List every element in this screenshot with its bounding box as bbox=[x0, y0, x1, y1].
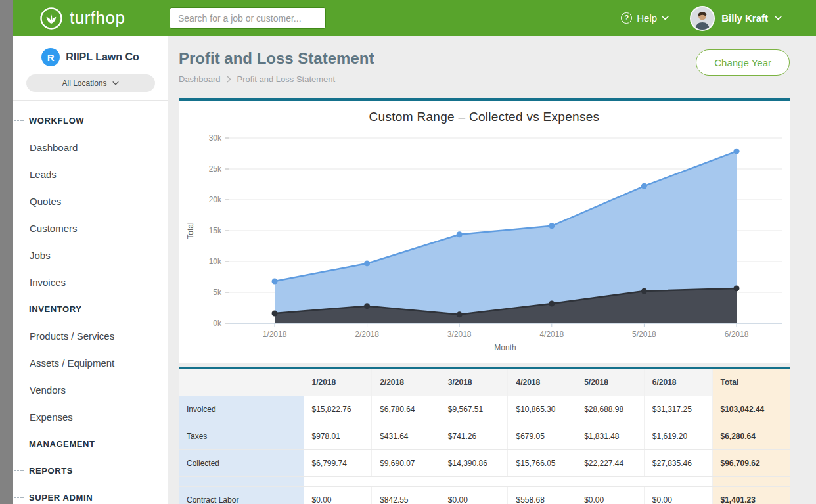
cell-value: $0.00 bbox=[644, 487, 712, 504]
table-row: Taxes$978.01$431.64$741.26$679.05$1,831.… bbox=[179, 423, 790, 450]
column-header: 4/2018 bbox=[508, 369, 576, 396]
svg-text:4/2018: 4/2018 bbox=[539, 330, 564, 339]
svg-text:15k: 15k bbox=[209, 226, 222, 235]
cell-value: $0.00 bbox=[304, 487, 372, 504]
locations-dropdown[interactable]: All Locations bbox=[26, 74, 155, 92]
row-label: Invoiced bbox=[179, 396, 304, 423]
page-title: Profit and Loss Statement bbox=[179, 49, 374, 68]
sidebar-item-leads[interactable]: Leads bbox=[13, 161, 168, 188]
sidebar-item-expenses[interactable]: Expenses bbox=[13, 403, 168, 430]
column-header: 1/2018 bbox=[304, 369, 372, 396]
topbar-right: ? Help Billy Kraft bbox=[621, 6, 816, 31]
main-content: Profit and Loss Statement Dashboard Prof… bbox=[168, 36, 816, 504]
svg-text:5/2018: 5/2018 bbox=[632, 330, 656, 339]
row-label: Contract Labor bbox=[179, 487, 304, 504]
company-logo-icon: R bbox=[41, 48, 60, 66]
cell-value: $6,799.74 bbox=[304, 450, 372, 477]
cell-value: $431.64 bbox=[372, 423, 440, 450]
svg-text:3/2018: 3/2018 bbox=[447, 330, 472, 339]
tree-dash-icon bbox=[14, 444, 24, 444]
breadcrumb-dashboard[interactable]: Dashboard bbox=[179, 74, 221, 84]
sidebar-section-management[interactable]: MANAGEMENT bbox=[13, 430, 168, 457]
cell-value: $0.00 bbox=[440, 487, 508, 504]
sidebar-section-inventory[interactable]: INVENTORY bbox=[13, 296, 168, 323]
svg-text:Month: Month bbox=[494, 343, 516, 352]
column-header: 3/2018 bbox=[440, 369, 508, 396]
cell-value: $679.05 bbox=[508, 423, 576, 450]
breadcrumb-current: Profit and Loss Statement bbox=[237, 74, 336, 84]
tree-dash-icon bbox=[14, 309, 24, 309]
user-name: Billy Kraft bbox=[721, 12, 768, 24]
svg-text:2/2018: 2/2018 bbox=[355, 330, 379, 339]
svg-text:0k: 0k bbox=[213, 319, 222, 328]
table-row: Invoiced$15,822.76$6,780.64$9,567.51$10,… bbox=[179, 396, 790, 423]
help-menu[interactable]: ? Help bbox=[621, 12, 669, 24]
chevron-right-icon bbox=[227, 76, 231, 83]
chevron-down-icon bbox=[775, 16, 782, 20]
svg-text:20k: 20k bbox=[209, 195, 222, 204]
topbar: turfhop ? Help Billy Kraft bbox=[13, 0, 816, 36]
svg-text:Total: Total bbox=[186, 222, 195, 239]
cell-value: $15,766.05 bbox=[508, 450, 576, 477]
cell-value: $1,831.48 bbox=[576, 423, 645, 450]
sidebar: R RIIPL Lawn Co All Locations WORKFLOWDa… bbox=[13, 36, 168, 504]
chevron-down-icon bbox=[112, 81, 119, 85]
sidebar-item-vendors[interactable]: Vendors bbox=[13, 377, 168, 403]
table-row: Collected$6,799.74$9,690.07$14,390.86$15… bbox=[179, 450, 790, 477]
cell-value: $978.01 bbox=[304, 423, 372, 450]
window-edge bbox=[0, 0, 13, 504]
column-header: 6/2018 bbox=[644, 369, 712, 396]
breadcrumb: Dashboard Profit and Loss Statement bbox=[179, 74, 374, 84]
svg-text:6/2018: 6/2018 bbox=[725, 330, 749, 339]
sidebar-section-super-admin[interactable]: SUPER ADMIN bbox=[13, 484, 168, 504]
pl-table: 1/20182/20183/20184/20185/20186/2018Tota… bbox=[179, 369, 790, 504]
table-row: Contract Labor$0.00$842.55$0.00$558.68$0… bbox=[179, 487, 790, 504]
avatar bbox=[690, 6, 715, 31]
column-header bbox=[179, 369, 304, 396]
user-menu[interactable]: Billy Kraft bbox=[690, 6, 782, 31]
tree-dash-icon bbox=[14, 470, 24, 471]
cell-value: $558.68 bbox=[508, 487, 576, 504]
column-header: 2/2018 bbox=[372, 369, 440, 396]
company-header: R RIIPL Lawn Co bbox=[13, 36, 168, 74]
sidebar-item-invoices[interactable]: Invoices bbox=[13, 269, 168, 296]
svg-text:10k: 10k bbox=[209, 257, 222, 266]
section-label: SUPER ADMIN bbox=[29, 493, 93, 503]
search-input[interactable] bbox=[170, 7, 326, 29]
cell-value: $31,317.25 bbox=[644, 396, 712, 423]
cell-value: $9,567.51 bbox=[440, 396, 508, 423]
sidebar-item-jobs[interactable]: Jobs bbox=[13, 242, 168, 269]
tree-dash-icon bbox=[14, 497, 24, 498]
cell-value: $741.26 bbox=[440, 423, 508, 450]
cell-value: $15,822.76 bbox=[304, 396, 372, 423]
cell-value: $10,865.30 bbox=[508, 396, 576, 423]
chart-title: Custom Range – Collected vs Expenses bbox=[179, 101, 790, 124]
sidebar-item-assets-equipment[interactable]: Assets / Equipment bbox=[13, 350, 168, 377]
cell-value: $6,780.64 bbox=[372, 396, 440, 423]
sidebar-section-workflow[interactable]: WORKFLOW bbox=[13, 107, 168, 134]
row-total: $96,709.62 bbox=[712, 450, 790, 477]
sidebar-item-dashboard[interactable]: Dashboard bbox=[13, 134, 168, 161]
help-label: Help bbox=[637, 12, 657, 24]
chart-card: Custom Range – Collected vs Expenses 0k5… bbox=[179, 98, 790, 363]
brand-name: turfhop bbox=[70, 8, 125, 28]
sidebar-item-quotes[interactable]: Quotes bbox=[13, 188, 168, 215]
table-card: 1/20182/20183/20184/20185/20186/2018Tota… bbox=[179, 367, 790, 504]
locations-label: All Locations bbox=[62, 79, 106, 88]
table-header-row: 1/20182/20183/20184/20185/20186/2018Tota… bbox=[179, 369, 790, 396]
row-total: $6,280.64 bbox=[712, 423, 790, 450]
cell-value: $22,227.44 bbox=[576, 450, 645, 477]
cell-value: $28,688.98 bbox=[576, 396, 645, 423]
sidebar-item-customers[interactable]: Customers bbox=[13, 215, 168, 242]
row-total: $1,401.23 bbox=[712, 487, 790, 504]
sidebar-item-products-services[interactable]: Products / Services bbox=[13, 323, 168, 350]
cell-value: $842.55 bbox=[372, 487, 440, 504]
sidebar-section-reports[interactable]: REPORTS bbox=[13, 457, 168, 484]
table-spacer-row bbox=[179, 477, 790, 487]
section-label: INVENTORY bbox=[29, 304, 82, 314]
cell-value: $27,835.46 bbox=[644, 450, 712, 477]
brand-logo[interactable]: turfhop bbox=[13, 7, 170, 30]
section-label: WORKFLOW bbox=[29, 116, 84, 126]
company-name: RIIPL Lawn Co bbox=[66, 51, 139, 63]
change-year-button[interactable]: Change Year bbox=[696, 49, 790, 76]
